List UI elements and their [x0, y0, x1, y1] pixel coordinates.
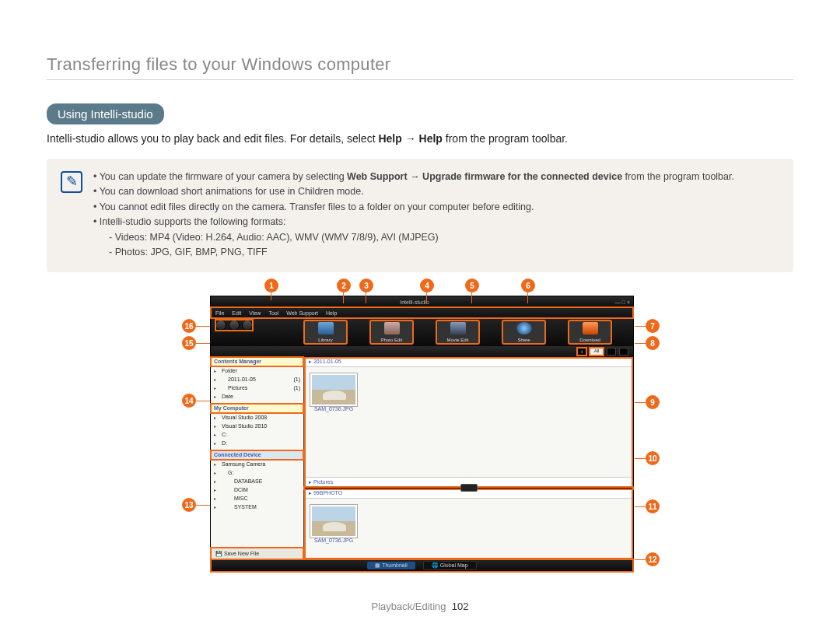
tree-item[interactable]: SYSTEM: [211, 503, 303, 511]
thumbnail-item[interactable]: SAM_0736.JPG: [310, 505, 357, 543]
footer-section: Playback/Editing: [371, 601, 446, 612]
tree-item[interactable]: C:: [211, 430, 303, 439]
library-button[interactable]: Library: [304, 321, 347, 344]
thumbnail-image: [310, 373, 357, 406]
callout-16: 16: [182, 319, 196, 333]
intro-text-post: from the program toolbar.: [446, 132, 568, 145]
menu-view[interactable]: View: [249, 310, 261, 316]
note-icon: ✎: [61, 171, 82, 193]
note-text: Intelli-studio supports the following fo…: [100, 216, 286, 227]
connected-device-header[interactable]: Connected Device: [211, 450, 303, 460]
callout-15: 15: [182, 336, 196, 350]
thumbnail-item[interactable]: SAM_0736.JPG: [310, 373, 357, 412]
global-map-button[interactable]: 🌐 Global Map: [423, 561, 477, 570]
arrow-icon: →: [410, 171, 422, 182]
tree-item[interactable]: D:: [211, 439, 303, 447]
next-button[interactable]: [242, 320, 253, 331]
callout-2: 2: [337, 278, 351, 292]
tree-pictures[interactable]: Pictures (1): [211, 384, 303, 392]
page-number: 102: [452, 601, 469, 612]
callout-1: 1: [264, 278, 278, 292]
note-item-formats: Intelli-studio supports the following fo…: [93, 215, 734, 260]
menu-web-support[interactable]: Web Support: [286, 310, 318, 316]
tree-date-folder[interactable]: 2011-01-05 (1): [211, 375, 303, 384]
intro-help-1: Help: [378, 132, 401, 145]
breadcrumb-top[interactable]: ▸ 2011-01-05: [304, 357, 633, 367]
thumbnail-filename: SAM_0736.JPG: [310, 406, 357, 412]
view-grid-button[interactable]: [607, 348, 616, 356]
window-controls[interactable]: — □ ×: [615, 299, 630, 305]
play-button[interactable]: [229, 320, 240, 331]
view-plus-button[interactable]: +: [577, 348, 586, 356]
note-list: You can update the firmware of your came…: [93, 170, 734, 260]
note-item-children: You can download short animations for us…: [93, 184, 734, 199]
prev-button[interactable]: [215, 320, 226, 331]
menu-edit[interactable]: Edit: [232, 310, 241, 316]
thumbnail-image: [310, 505, 357, 538]
menu-file[interactable]: File: [215, 310, 224, 316]
menu-bar[interactable]: File Edit View Tool Web Support Help: [211, 307, 633, 318]
photo-edit-button[interactable]: Photo Edit: [370, 321, 413, 344]
callout-7: 7: [646, 319, 660, 333]
my-computer-header[interactable]: My Computer: [211, 404, 303, 413]
download-button[interactable]: Download: [569, 321, 611, 344]
intro-text: Intelli-studio allows you to play back a…: [47, 132, 378, 145]
note-bold: Web Support: [347, 171, 408, 182]
page-footer: Playback/Editing 102: [0, 601, 840, 612]
screenshot-figure: 1 2 3 4 5 6 7 8 9 10 11 12 16 15 14 13 I…: [187, 296, 653, 573]
main-panel: ▸ 2011-01-05 SAM_0736.JPG ▸ Pictures ▸ 9…: [304, 357, 633, 559]
note-box: ✎ You can update the firmware of your ca…: [47, 159, 793, 272]
page-title: Transferring files to your Windows compu…: [47, 54, 793, 80]
tree-item[interactable]: MISC: [211, 494, 303, 503]
callout-12: 12: [646, 552, 660, 566]
note-sub-photos: Photos: JPG, GIF, BMP, PNG, TIFF: [109, 245, 734, 260]
callout-5: 5: [465, 278, 479, 292]
playback-controls[interactable]: [215, 320, 253, 331]
menu-help[interactable]: Help: [326, 310, 337, 316]
menu-tool[interactable]: Tool: [268, 310, 278, 316]
thumbnail-mode-button[interactable]: ▦ Thumbnail: [367, 562, 415, 569]
view-all-button[interactable]: All: [590, 348, 604, 356]
callout-3: 3: [359, 278, 373, 292]
splitter-handle[interactable]: [304, 488, 633, 489]
section-heading-pill: Using Intelli-studio: [47, 103, 164, 124]
callout-9: 9: [646, 395, 660, 409]
note-item-firmware: You can update the firmware of your came…: [93, 170, 734, 184]
note-item-edit: You cannot edit files directly on the ca…: [93, 200, 734, 215]
contents-manager-header[interactable]: Contents Manager: [211, 357, 303, 366]
callout-10: 10: [646, 451, 660, 465]
window-title: Intelli-studio: [214, 299, 615, 305]
tree-item[interactable]: Visual Studio 2008: [211, 413, 303, 422]
note-text: You can update the firmware of your came…: [100, 171, 347, 182]
tree-item[interactable]: Samsung Camera: [211, 460, 303, 468]
share-button[interactable]: Share: [502, 321, 545, 344]
tree-item[interactable]: G:: [211, 468, 303, 477]
tree-item[interactable]: Visual Studio 2010: [211, 422, 303, 430]
callout-13: 13: [182, 498, 196, 512]
intro-help-2: Help: [419, 132, 443, 145]
view-toolbar: + All: [211, 346, 633, 357]
titlebar: Intelli-studio — □ ×: [211, 296, 633, 307]
tree-item[interactable]: DCIM: [211, 485, 303, 494]
callout-4: 4: [420, 278, 434, 292]
app-window: Intelli-studio — □ × File Edit View Tool…: [210, 296, 634, 573]
tree-folder[interactable]: Folder: [211, 366, 303, 375]
tree-date[interactable]: Date: [211, 392, 303, 401]
main-toolbar: Library Photo Edit Movie Edit Share Down…: [211, 318, 633, 346]
thumbnail-filename: SAM_0736.JPG: [310, 538, 357, 543]
view-list-button[interactable]: [619, 348, 628, 356]
movie-edit-button[interactable]: Movie Edit: [436, 321, 479, 344]
callout-6: 6: [521, 278, 535, 292]
callout-11: 11: [646, 499, 660, 513]
view-mode-bar: ▦ Thumbnail 🌐 Global Map: [211, 559, 633, 572]
callout-8: 8: [646, 336, 660, 350]
note-text: from the program toolbar.: [625, 171, 734, 182]
note-bold: Upgrade firmware for the connected devic…: [422, 171, 622, 182]
arrow-icon: →: [405, 132, 419, 145]
note-sub-videos: Videos: MP4 (Video: H.264, Audio: AAC), …: [109, 230, 734, 245]
save-new-file-button[interactable]: 💾 Save New File: [211, 548, 303, 559]
intro-paragraph: Intelli-studio allows you to play back a…: [47, 132, 793, 145]
tree-item[interactable]: DATABASE: [211, 477, 303, 485]
callout-14: 14: [182, 394, 196, 408]
sidebar: Contents Manager Folder 2011-01-05 (1) P…: [211, 357, 304, 559]
